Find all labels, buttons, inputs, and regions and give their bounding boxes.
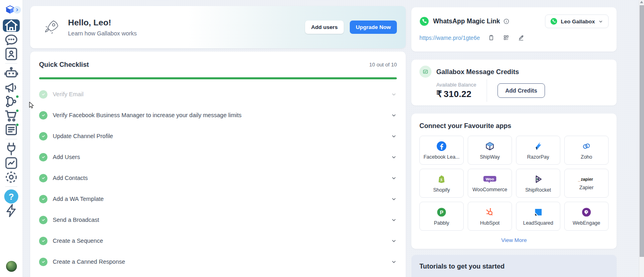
app-tile[interactable]: LeadSquared <box>516 202 560 231</box>
greeting-subtitle: Learn how Gallabox works <box>68 30 137 37</box>
message-credits-icon <box>419 66 431 78</box>
sidebar-divider <box>5 186 17 187</box>
whatsapp-icon <box>550 18 557 25</box>
shiprocket-icon <box>533 174 543 184</box>
sidebar-item-integrations[interactable] <box>3 143 20 155</box>
whatsapp-magic-link-card: WhatsApp Magic Link Leo Gallabox https:/… <box>411 7 617 52</box>
sidebar-item-help[interactable]: ? <box>3 190 20 203</box>
zapier-icon: _zapier <box>577 176 596 182</box>
checklist-item[interactable]: Verify Facebook Business Manager to incr… <box>39 105 397 126</box>
checklist-item-label: Update Channel Profile <box>53 133 113 139</box>
sidebar-item-bots[interactable] <box>3 67 20 79</box>
welcome-banner: Hello, Leo! Learn how Gallabox works Add… <box>30 6 406 48</box>
divider <box>487 79 487 102</box>
checklist-item-label: Verify Email <box>53 91 84 97</box>
check-circle-icon <box>39 237 47 245</box>
sidebar-item-analytics[interactable] <box>3 157 20 169</box>
scrollbar-track[interactable] <box>639 0 644 277</box>
sidebar-item-sequences[interactable] <box>3 95 20 107</box>
svg-text:?: ? <box>8 191 14 201</box>
sidebar-item-settings[interactable] <box>3 171 20 183</box>
app-tile-label: LeadSquared <box>523 220 553 226</box>
app-tile[interactable]: HubSpot <box>468 202 512 231</box>
channel-selector-button[interactable]: Leo Gallabox <box>545 14 609 28</box>
edit-icon[interactable] <box>518 34 524 41</box>
checklist-header: Quick Checklist 10 out of 10 <box>39 61 397 68</box>
magic-link-row: https://wame.pro/1gte6e <box>419 34 609 41</box>
view-more-link[interactable]: View More <box>419 237 609 243</box>
chevron-down-icon <box>391 112 397 118</box>
sidebar-item-forms[interactable] <box>3 123 20 136</box>
checklist-item[interactable]: Add Users <box>39 147 397 167</box>
app-tile[interactable]: Facebook Lea... <box>419 136 464 165</box>
balance-value: ₹310.22 <box>436 89 476 99</box>
checklist-item-label: Add a WA Template <box>53 196 104 202</box>
leadsquared-icon <box>533 207 543 217</box>
chevron-down-icon <box>391 217 397 223</box>
sidebar-item-commerce[interactable] <box>3 109 20 122</box>
header-actions: Add users Upgrade Now <box>305 21 397 34</box>
sidebar-expand-button[interactable] <box>13 6 21 14</box>
sidebar-logo-row <box>0 0 23 19</box>
checklist-progress-track <box>39 77 397 79</box>
shopify-icon: S <box>436 174 447 184</box>
sidebar-item-inbox[interactable] <box>3 33 20 46</box>
app-tile[interactable]: Zoho <box>564 136 609 165</box>
app-tile-label: RazorPay <box>527 154 549 160</box>
sidebar-item-whats-new[interactable] <box>3 204 20 217</box>
notification-dot <box>16 123 19 126</box>
app-tile[interactable]: ShipWay <box>468 136 512 165</box>
zoho-icon <box>581 141 592 151</box>
check-circle-icon <box>39 132 47 141</box>
check-circle-icon <box>39 174 47 182</box>
checklist-item[interactable]: Add Contacts <box>39 167 397 188</box>
qr-code-icon[interactable] <box>503 34 510 41</box>
add-users-button[interactable]: Add users <box>305 21 344 34</box>
checklist-item[interactable]: Create a Sequence <box>39 230 397 251</box>
check-circle-icon <box>39 153 47 161</box>
app-tile-label: ShipWay <box>480 154 500 160</box>
info-icon[interactable] <box>503 18 510 25</box>
webengage-icon <box>581 207 592 217</box>
checklist-item[interactable]: Create a Canned Response <box>39 251 397 272</box>
magic-link-url[interactable]: https://wame.pro/1gte6e <box>419 35 480 41</box>
chevron-down-icon <box>598 19 603 24</box>
main-content: Hello, Leo! Learn how Gallabox works Add… <box>30 0 406 277</box>
user-avatar[interactable] <box>6 261 17 272</box>
facebook-icon <box>436 141 447 151</box>
scrollbar-up-arrow[interactable] <box>640 1 643 3</box>
checklist-item[interactable]: Verify Email <box>39 84 397 105</box>
welcome-text: Hello, Leo! Learn how Gallabox works <box>68 18 137 37</box>
app-tile[interactable]: S Shopify <box>419 169 464 198</box>
app-tile[interactable]: _zapier Zapier <box>564 169 609 198</box>
sidebar-divider <box>5 139 17 139</box>
contacts-icon <box>3 45 20 62</box>
credits-title: Gallabox Message Credits <box>436 68 519 76</box>
svg-text:Woo: Woo <box>486 176 494 181</box>
upgrade-now-button[interactable]: Upgrade Now <box>350 21 397 34</box>
notification-dot <box>16 109 19 112</box>
app-tile[interactable]: P Pabbly <box>419 202 464 231</box>
chevron-down-icon <box>391 91 397 97</box>
app-tile-label: Zapier <box>579 185 593 190</box>
sidebar-item-broadcasts[interactable] <box>3 81 20 93</box>
pabbly-icon: P <box>436 207 447 217</box>
app-tile[interactable]: WebEngage <box>564 202 609 231</box>
sidebar-item-home[interactable] <box>3 19 20 32</box>
app-tile[interactable]: Woo WooCommerce <box>468 169 512 198</box>
app-tile[interactable]: RazorPay <box>516 136 560 165</box>
checklist-item[interactable]: Add a WA Template <box>39 188 397 209</box>
checklist-item[interactable]: Send a Broadcast <box>39 209 397 230</box>
apps-title: Connect your Favourite apps <box>419 122 609 130</box>
copy-icon[interactable] <box>488 34 495 41</box>
checklist-item[interactable]: Update Channel Profile <box>39 126 397 147</box>
app-tile-label: WebEngage <box>573 220 601 226</box>
add-credits-button[interactable]: Add Credits <box>497 83 545 98</box>
scrollbar-thumb[interactable] <box>640 5 644 257</box>
checklist-item-label: Create a Sequence <box>53 238 103 244</box>
message-credits-card: Gallabox Message Credits Available Balan… <box>411 60 617 105</box>
razorpay-icon <box>533 141 543 151</box>
checklist-items: Verify Email Verify Facebook Business Ma… <box>39 84 397 272</box>
sidebar-item-contacts[interactable] <box>3 48 20 60</box>
app-tile[interactable]: ShipRocket <box>516 169 560 198</box>
